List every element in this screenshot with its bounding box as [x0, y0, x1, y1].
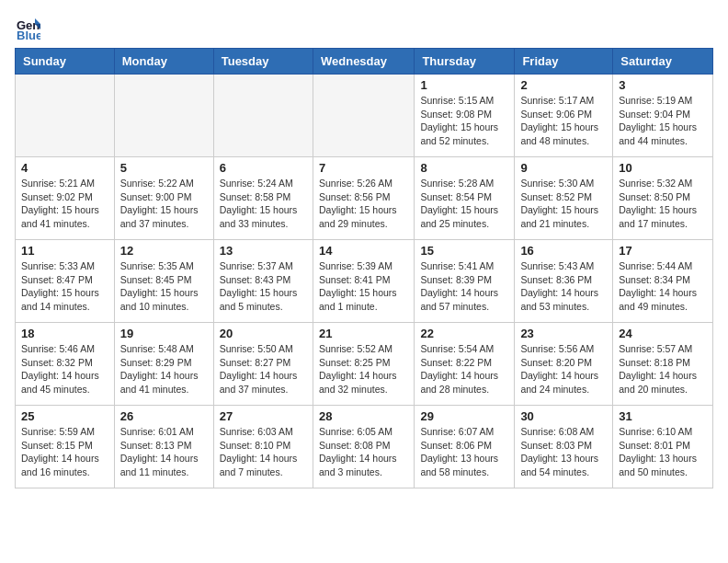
day-info: Sunrise: 5:46 AM Sunset: 8:32 PM Dayligh…: [21, 342, 108, 396]
day-info: Sunrise: 5:33 AM Sunset: 8:47 PM Dayligh…: [21, 259, 108, 314]
calendar-cell: 5Sunrise: 5:22 AM Sunset: 9:00 PM Daylig…: [114, 157, 213, 240]
calendar-cell: 2Sunrise: 5:17 AM Sunset: 9:06 PM Daylig…: [515, 75, 613, 157]
calendar-cell: 23Sunrise: 5:56 AM Sunset: 8:20 PM Dayli…: [515, 323, 613, 406]
week-row-3: 11Sunrise: 5:33 AM Sunset: 8:47 PM Dayli…: [16, 240, 713, 323]
calendar-cell: 31Sunrise: 6:10 AM Sunset: 8:01 PM Dayli…: [613, 406, 713, 488]
calendar-cell: 28Sunrise: 6:05 AM Sunset: 8:08 PM Dayli…: [313, 406, 414, 488]
day-number: 25: [21, 409, 108, 423]
calendar-cell: 19Sunrise: 5:48 AM Sunset: 8:29 PM Dayli…: [114, 323, 213, 406]
day-number: 11: [21, 244, 108, 258]
day-number: 12: [120, 244, 208, 258]
week-row-4: 18Sunrise: 5:46 AM Sunset: 8:32 PM Dayli…: [16, 323, 713, 406]
day-number: 9: [520, 161, 607, 175]
day-info: Sunrise: 5:15 AM Sunset: 9:08 PM Dayligh…: [420, 94, 508, 148]
weekday-header-friday: Friday: [515, 49, 613, 75]
day-number: 22: [420, 327, 508, 340]
day-info: Sunrise: 6:08 AM Sunset: 8:03 PM Dayligh…: [520, 425, 607, 479]
day-number: 28: [319, 409, 408, 423]
calendar-cell: [114, 75, 213, 157]
day-info: Sunrise: 5:19 AM Sunset: 9:04 PM Dayligh…: [619, 94, 707, 148]
calendar-cell: 24Sunrise: 5:57 AM Sunset: 8:18 PM Dayli…: [613, 323, 713, 406]
day-info: Sunrise: 5:17 AM Sunset: 9:06 PM Dayligh…: [520, 94, 607, 148]
calendar-cell: 12Sunrise: 5:35 AM Sunset: 8:45 PM Dayli…: [114, 240, 213, 323]
day-info: Sunrise: 6:01 AM Sunset: 8:13 PM Dayligh…: [120, 425, 208, 479]
day-info: Sunrise: 6:07 AM Sunset: 8:06 PM Dayligh…: [420, 425, 508, 479]
calendar-table: SundayMondayTuesdayWednesdayThursdayFrid…: [15, 48, 713, 488]
calendar-cell: 29Sunrise: 6:07 AM Sunset: 8:06 PM Dayli…: [415, 406, 515, 488]
calendar-cell: 26Sunrise: 6:01 AM Sunset: 8:13 PM Dayli…: [114, 406, 213, 488]
weekday-header-saturday: Saturday: [613, 49, 713, 75]
svg-text:Blue: Blue: [17, 29, 40, 40]
day-number: 18: [21, 327, 108, 340]
logo: General Blue: [15, 15, 44, 40]
day-number: 7: [319, 161, 408, 175]
calendar-cell: 21Sunrise: 5:52 AM Sunset: 8:25 PM Dayli…: [313, 323, 414, 406]
week-row-5: 25Sunrise: 5:59 AM Sunset: 8:15 PM Dayli…: [16, 406, 713, 488]
calendar-cell: 3Sunrise: 5:19 AM Sunset: 9:04 PM Daylig…: [613, 75, 713, 157]
day-number: 10: [619, 161, 707, 175]
day-info: Sunrise: 5:50 AM Sunset: 8:27 PM Dayligh…: [220, 342, 307, 396]
weekday-header-sunday: Sunday: [16, 49, 115, 75]
calendar-cell: 13Sunrise: 5:37 AM Sunset: 8:43 PM Dayli…: [213, 240, 313, 323]
calendar-cell: [313, 75, 414, 157]
calendar-cell: 22Sunrise: 5:54 AM Sunset: 8:22 PM Dayli…: [415, 323, 515, 406]
day-number: 4: [21, 161, 108, 175]
calendar-cell: 4Sunrise: 5:21 AM Sunset: 9:02 PM Daylig…: [16, 157, 115, 240]
calendar-cell: 18Sunrise: 5:46 AM Sunset: 8:32 PM Dayli…: [16, 323, 115, 406]
calendar-cell: 17Sunrise: 5:44 AM Sunset: 8:34 PM Dayli…: [613, 240, 713, 323]
day-info: Sunrise: 5:22 AM Sunset: 9:00 PM Dayligh…: [120, 177, 208, 231]
calendar-cell: 16Sunrise: 5:43 AM Sunset: 8:36 PM Dayli…: [515, 240, 613, 323]
weekday-header-thursday: Thursday: [415, 49, 515, 75]
day-number: 31: [619, 409, 707, 423]
day-info: Sunrise: 6:10 AM Sunset: 8:01 PM Dayligh…: [619, 425, 707, 479]
calendar-cell: 8Sunrise: 5:28 AM Sunset: 8:54 PM Daylig…: [415, 157, 515, 240]
day-info: Sunrise: 5:48 AM Sunset: 8:29 PM Dayligh…: [120, 342, 208, 396]
day-info: Sunrise: 5:39 AM Sunset: 8:41 PM Dayligh…: [319, 259, 408, 314]
day-number: 5: [120, 161, 208, 175]
calendar-cell: 25Sunrise: 5:59 AM Sunset: 8:15 PM Dayli…: [16, 406, 115, 488]
day-info: Sunrise: 6:05 AM Sunset: 8:08 PM Dayligh…: [319, 425, 408, 479]
day-number: 19: [120, 327, 208, 340]
day-number: 17: [619, 244, 707, 258]
day-info: Sunrise: 5:56 AM Sunset: 8:20 PM Dayligh…: [520, 342, 607, 396]
day-number: 1: [420, 78, 508, 92]
day-info: Sunrise: 5:52 AM Sunset: 8:25 PM Dayligh…: [319, 342, 408, 396]
day-info: Sunrise: 5:57 AM Sunset: 8:18 PM Dayligh…: [619, 342, 707, 396]
day-info: Sunrise: 5:21 AM Sunset: 9:02 PM Dayligh…: [21, 177, 108, 231]
day-info: Sunrise: 5:32 AM Sunset: 8:50 PM Dayligh…: [619, 177, 707, 231]
calendar-cell: 30Sunrise: 6:08 AM Sunset: 8:03 PM Dayli…: [515, 406, 613, 488]
calendar-cell: 9Sunrise: 5:30 AM Sunset: 8:52 PM Daylig…: [515, 157, 613, 240]
week-row-2: 4Sunrise: 5:21 AM Sunset: 9:02 PM Daylig…: [16, 157, 713, 240]
day-info: Sunrise: 5:41 AM Sunset: 8:39 PM Dayligh…: [420, 259, 508, 314]
calendar-cell: 11Sunrise: 5:33 AM Sunset: 8:47 PM Dayli…: [16, 240, 115, 323]
weekday-header-monday: Monday: [114, 49, 213, 75]
calendar-cell: 15Sunrise: 5:41 AM Sunset: 8:39 PM Dayli…: [415, 240, 515, 323]
calendar-cell: 20Sunrise: 5:50 AM Sunset: 8:27 PM Dayli…: [213, 323, 313, 406]
day-number: 13: [220, 244, 307, 258]
day-number: 8: [420, 161, 508, 175]
day-number: 30: [520, 409, 607, 423]
day-number: 6: [220, 161, 307, 175]
calendar-cell: 14Sunrise: 5:39 AM Sunset: 8:41 PM Dayli…: [313, 240, 414, 323]
day-number: 3: [619, 78, 707, 92]
day-info: Sunrise: 5:59 AM Sunset: 8:15 PM Dayligh…: [21, 425, 108, 479]
day-info: Sunrise: 5:54 AM Sunset: 8:22 PM Dayligh…: [420, 342, 508, 396]
weekday-header-tuesday: Tuesday: [213, 49, 313, 75]
day-number: 24: [619, 327, 707, 340]
day-info: Sunrise: 5:26 AM Sunset: 8:56 PM Dayligh…: [319, 177, 408, 231]
day-info: Sunrise: 5:44 AM Sunset: 8:34 PM Dayligh…: [619, 259, 707, 314]
calendar-cell: [16, 75, 115, 157]
day-number: 21: [319, 327, 408, 340]
day-number: 16: [520, 244, 607, 258]
weekday-header-row: SundayMondayTuesdayWednesdayThursdayFrid…: [16, 49, 713, 75]
day-number: 26: [120, 409, 208, 423]
day-info: Sunrise: 5:30 AM Sunset: 8:52 PM Dayligh…: [520, 177, 607, 231]
day-info: Sunrise: 5:24 AM Sunset: 8:58 PM Dayligh…: [220, 177, 307, 231]
weekday-header-wednesday: Wednesday: [313, 49, 414, 75]
day-number: 27: [220, 409, 307, 423]
day-info: Sunrise: 5:35 AM Sunset: 8:45 PM Dayligh…: [120, 259, 208, 314]
day-number: 14: [319, 244, 408, 258]
page-header: General Blue: [15, 15, 713, 40]
day-info: Sunrise: 5:37 AM Sunset: 8:43 PM Dayligh…: [220, 259, 307, 314]
week-row-1: 1Sunrise: 5:15 AM Sunset: 9:08 PM Daylig…: [16, 75, 713, 157]
